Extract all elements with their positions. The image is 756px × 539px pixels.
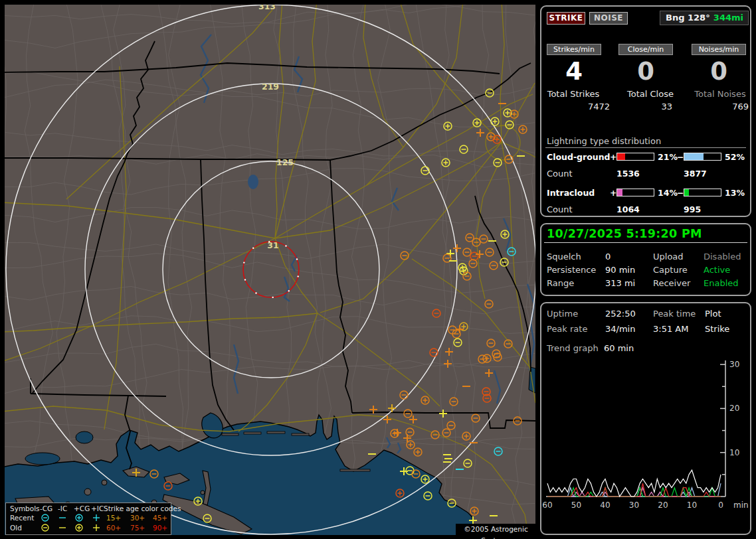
range-value: 313 mi xyxy=(605,278,635,288)
distribution-title: Lightning type distribution xyxy=(547,136,661,146)
ic-minus-sign: − xyxy=(677,188,684,198)
ic-neg-pct: 13% xyxy=(725,188,745,198)
total-noises-value: 769 xyxy=(687,102,749,112)
svg-text:40: 40 xyxy=(600,501,610,510)
uptime-label: Uptime xyxy=(547,309,578,319)
cg-neg-count: 3877 xyxy=(684,169,707,179)
uptime-value: 252:50 xyxy=(605,309,636,319)
close-per-min-chip[interactable]: Close/min xyxy=(618,44,673,55)
receiver-value: Enabled xyxy=(704,278,739,288)
squelch-label: Squelch xyxy=(547,252,581,262)
bearing-label: Bng 128° xyxy=(666,11,710,25)
bearing-range: 344mi xyxy=(713,11,743,25)
cg-neg-pct: 52% xyxy=(725,152,745,162)
svg-text:125: 125 xyxy=(276,157,294,167)
svg-text:10: 10 xyxy=(687,501,697,510)
status-panel: 10/27/2025 5:19:20 PM Squelch 0 Upload D… xyxy=(540,223,751,296)
cg-pos-bar xyxy=(616,153,654,161)
total-close-value: 33 xyxy=(611,102,672,112)
ic-plus-sign: + xyxy=(610,188,616,198)
stats-panel: STRIKE NOISE Bng 128° 344mi Strikes/min … xyxy=(540,5,751,217)
svg-text:min: min xyxy=(733,501,749,510)
svg-text:20: 20 xyxy=(729,404,739,413)
peak-rate-label: Peak rate xyxy=(547,324,587,334)
bearing-readout: Bng 128° 344mi xyxy=(660,11,749,25)
plot-label: Plot xyxy=(705,309,721,319)
trend-graph-label: Trend graph xyxy=(547,343,599,353)
copyright-label: ©2005 Astrogenic Systems xyxy=(456,524,536,535)
ic-pos-pct: 14% xyxy=(658,188,678,198)
persistence-label: Persistence xyxy=(547,265,596,275)
cg-plus-sign: + xyxy=(610,152,616,162)
svg-text:50: 50 xyxy=(571,501,581,510)
legend-row-recent: Recent xyxy=(10,514,34,522)
ic-count-label: Count xyxy=(547,204,573,214)
trend-graph-value: 60 min xyxy=(604,343,634,353)
persistence-value: 90 min xyxy=(605,265,635,275)
legend-col-neg-cg: -CG xyxy=(40,504,52,512)
total-noises-label: Total Noises xyxy=(684,89,756,99)
distribution-divider xyxy=(545,147,746,148)
svg-text:10: 10 xyxy=(729,448,739,457)
capture-label: Capture xyxy=(653,265,688,275)
ic-pos-bar xyxy=(616,189,654,196)
receiver-label: Receiver xyxy=(653,278,690,288)
noises-per-min-chip[interactable]: Noises/min xyxy=(692,44,746,55)
ic-neg-count: 995 xyxy=(684,204,701,214)
total-close-label: Total Close xyxy=(614,89,687,99)
svg-text:30: 30 xyxy=(729,360,739,369)
total-strikes-label: Total Strikes xyxy=(537,89,610,99)
legend-col-pos-cg: +CG xyxy=(74,504,90,512)
upload-label: Upload xyxy=(653,252,684,262)
svg-text:30: 30 xyxy=(629,501,639,510)
ic-neg-bar xyxy=(684,189,721,196)
strikes-per-min-chip[interactable]: Strikes/min xyxy=(547,44,601,55)
close-per-min-value: 0 xyxy=(613,57,679,86)
strike-button[interactable]: STRIKE xyxy=(547,12,585,25)
cloud-ground-label: Cloud-ground xyxy=(547,152,611,162)
peak-rate-value: 34/min xyxy=(605,324,635,334)
datetime-display: 10/27/2025 5:19:20 PM xyxy=(547,227,702,240)
cg-count-label: Count xyxy=(547,169,573,179)
noises-per-min-value: 0 xyxy=(686,57,752,86)
cg-neg-bar xyxy=(684,153,721,161)
strike-plot-label: Strike xyxy=(705,324,729,334)
range-label: Range xyxy=(547,278,574,288)
noise-button[interactable]: NOISE xyxy=(589,12,628,25)
strikes-per-min-value: 4 xyxy=(541,57,607,86)
upload-value: Disabled xyxy=(704,252,741,262)
squelch-value: 0 xyxy=(605,252,611,262)
legend-title: Symbols xyxy=(10,504,40,512)
peak-time-label: Peak time xyxy=(653,309,696,319)
svg-text:219: 219 xyxy=(262,82,279,92)
intracloud-label: Intracloud xyxy=(547,188,595,198)
svg-text:20: 20 xyxy=(658,501,668,510)
peak-time-value: 3:51 AM xyxy=(653,324,688,334)
ic-pos-count: 1064 xyxy=(616,204,640,214)
legend-age-title: Strike age color codes xyxy=(104,504,181,512)
legend-col-neg-ic: -IC xyxy=(58,504,67,512)
lightning-map[interactable]: 31321912531 xyxy=(5,5,535,535)
legend-col-pos-ic: +IC xyxy=(91,504,104,512)
capture-value: Active xyxy=(704,265,730,275)
total-strikes-value: 7472 xyxy=(548,102,610,112)
svg-text:0: 0 xyxy=(718,501,723,510)
svg-text:313: 313 xyxy=(258,5,276,11)
cg-minus-sign: − xyxy=(677,152,684,162)
map-legend: Symbols -CG -IC +CG +IC Strike age color… xyxy=(5,502,171,535)
cg-pos-pct: 21% xyxy=(658,152,678,162)
cg-pos-count: 1536 xyxy=(616,169,640,179)
legend-row-old: Old xyxy=(10,524,22,532)
svg-text:31: 31 xyxy=(267,240,278,250)
svg-text:60: 60 xyxy=(542,501,552,510)
datetime-divider xyxy=(544,242,747,243)
trend-panel: Uptime 252:50 Peak time Plot Peak rate 3… xyxy=(540,302,751,535)
